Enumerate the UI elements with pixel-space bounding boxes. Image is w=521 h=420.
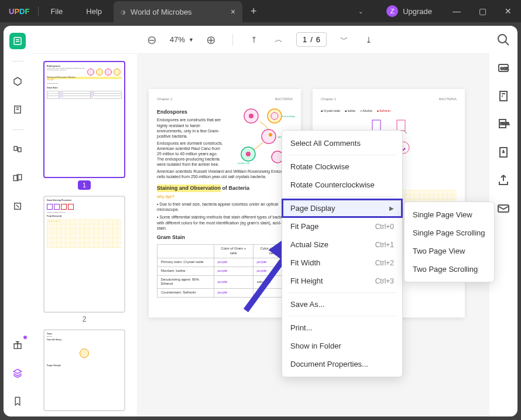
tab-title: World of Microbes xyxy=(131,8,192,16)
organize-tool[interactable] xyxy=(9,170,26,186)
document-tab[interactable]: ◑ World of Microbes × xyxy=(114,1,242,22)
svg-rect-33 xyxy=(500,91,507,101)
sub-single-page-view[interactable]: Single Page View xyxy=(405,206,494,224)
page-tool[interactable] xyxy=(9,142,26,158)
sub-two-page-view[interactable]: Two Page View xyxy=(405,242,494,260)
thumbnail-page-2[interactable]: Gram Staining Procedure Example of Bacte… xyxy=(43,196,125,313)
ctx-rotate-counterclockwise[interactable]: Rotate Counterclockwise xyxy=(282,176,402,194)
ctx-show-in-folder[interactable]: Show in Folder xyxy=(282,337,402,355)
thumbnail-panel: Endospores Lorem ipsum dolor sit amet co… xyxy=(32,54,137,416)
edit-tool[interactable] xyxy=(9,101,26,118)
close-button[interactable]: ✕ xyxy=(495,6,521,16)
thumbnail-page-3[interactable]: Yeast text text Yeast Life History Fungu… xyxy=(43,329,125,411)
ocr-tool[interactable]: OCR xyxy=(496,61,510,75)
svg-rect-2 xyxy=(14,146,17,151)
thumbnail-number-2: 2 xyxy=(83,315,87,323)
zoom-out-button[interactable]: ⊖ xyxy=(145,33,159,47)
svg-rect-20 xyxy=(372,120,381,131)
ctx-actual-size[interactable]: Actual SizeCtrl+1 xyxy=(282,235,402,254)
zoom-value: 47% xyxy=(170,35,185,44)
page-display-submenu: Single Page View Single Page Scrolling T… xyxy=(404,202,495,282)
prev-page-button[interactable]: ︿ xyxy=(272,35,286,45)
search-tool[interactable] xyxy=(496,33,510,47)
upgrade-label: Upgrade xyxy=(403,7,432,16)
zoom-in-button[interactable]: ⊕ xyxy=(204,33,218,47)
thumbnail-page-1[interactable]: Endospores Lorem ipsum dolor sit amet co… xyxy=(43,61,125,178)
export-tool[interactable] xyxy=(496,145,510,159)
gram-stain-table: Color of Gram + cellsColor of Gram – cel… xyxy=(157,244,293,298)
next-page-button[interactable]: ﹀ xyxy=(337,35,351,45)
title-bar: UPDF File Help ◑ World of Microbes × + ⌄… xyxy=(0,0,521,22)
ctx-print[interactable]: Print... xyxy=(282,319,402,337)
svg-text:OCR: OCR xyxy=(501,67,509,70)
chevron-right-icon: ▶ xyxy=(389,205,394,211)
highlight-staining: Staining and Observation xyxy=(157,185,221,193)
close-tab-icon[interactable]: × xyxy=(231,7,235,16)
help-menu[interactable]: Help xyxy=(74,7,114,16)
svg-point-9 xyxy=(249,114,253,118)
svg-text:mother cell: mother cell xyxy=(238,162,249,165)
first-page-button[interactable]: ⤒ xyxy=(247,35,261,45)
email-tool[interactable] xyxy=(496,202,510,216)
minimize-button[interactable]: — xyxy=(444,6,469,16)
ctx-page-display[interactable]: Page Display▶ xyxy=(282,199,402,217)
svg-rect-21 xyxy=(397,120,405,131)
convert-tool[interactable]: PDF/A xyxy=(496,117,510,131)
ctx-fit-page[interactable]: Fit PageCtrl+0 xyxy=(282,217,402,235)
user-avatar-icon: Z xyxy=(386,5,398,17)
sub-two-page-scrolling[interactable]: Two Page Scrolling xyxy=(405,260,494,278)
heading-gram-stain: Gram Stain xyxy=(157,234,293,241)
upgrade-button[interactable]: Z Upgrade xyxy=(379,5,439,17)
ctx-select-all-comments[interactable]: Select All Comments xyxy=(282,134,402,152)
last-page-button[interactable]: ⤓ xyxy=(362,35,376,45)
current-page: 1 xyxy=(303,35,307,44)
zoom-dropdown[interactable]: 47% ▼ xyxy=(170,35,194,44)
sub-single-page-scrolling[interactable]: Single Page Scrolling xyxy=(405,224,494,242)
ctx-fit-height[interactable]: Fit HeightCtrl+3 xyxy=(282,272,402,290)
ctx-save-as[interactable]: Save As... xyxy=(282,295,402,313)
svg-point-17 xyxy=(246,152,251,156)
context-menu: Select All Comments Rotate Clockwise Rot… xyxy=(282,130,403,377)
svg-point-11 xyxy=(271,112,278,119)
file-menu[interactable]: File xyxy=(39,7,74,16)
tab-loading-icon: ◑ xyxy=(121,9,126,15)
total-pages: 6 xyxy=(316,35,320,44)
svg-text:free endospore: free endospore xyxy=(282,115,295,118)
new-tab-button[interactable]: + xyxy=(242,5,265,18)
comment-tool[interactable] xyxy=(9,73,26,90)
svg-point-30 xyxy=(498,35,506,43)
svg-point-14 xyxy=(269,133,272,136)
layers-tool[interactable] xyxy=(9,365,26,381)
share-tool[interactable] xyxy=(496,173,510,187)
svg-point-13 xyxy=(262,129,276,144)
svg-rect-3 xyxy=(18,148,21,152)
svg-text:PDF/A: PDF/A xyxy=(501,122,509,125)
maximize-button[interactable]: ▢ xyxy=(469,6,495,16)
top-toolbar: ⊖ 47% ▼ ⊕ ⤒ ︿ 1 / 6 ﹀ ⤓ xyxy=(32,26,489,54)
document-page-1: Chapter 1BACTERIA Endospores Endospores … xyxy=(149,89,301,317)
page-input[interactable]: 1 / 6 xyxy=(296,32,327,47)
compress-tool[interactable] xyxy=(496,89,510,103)
tab-list-dropdown[interactable]: ⌄ xyxy=(347,8,375,15)
ctx-document-properties[interactable]: Document Properties... xyxy=(282,355,402,373)
crop-tool[interactable] xyxy=(9,198,26,214)
app-logo: UPDF xyxy=(0,7,38,16)
chevron-down-icon: ▼ xyxy=(188,37,194,43)
left-toolbar xyxy=(4,26,32,416)
reader-tool[interactable] xyxy=(9,33,26,49)
bookmark-tool[interactable] xyxy=(9,393,26,409)
ctx-fit-width[interactable]: Fit WidthCtrl+2 xyxy=(282,254,402,272)
ctx-rotate-clockwise[interactable]: Rotate Clockwise xyxy=(282,158,402,176)
thumbnail-badge-1: 1 xyxy=(78,180,91,190)
gift-tool[interactable] xyxy=(9,337,26,353)
